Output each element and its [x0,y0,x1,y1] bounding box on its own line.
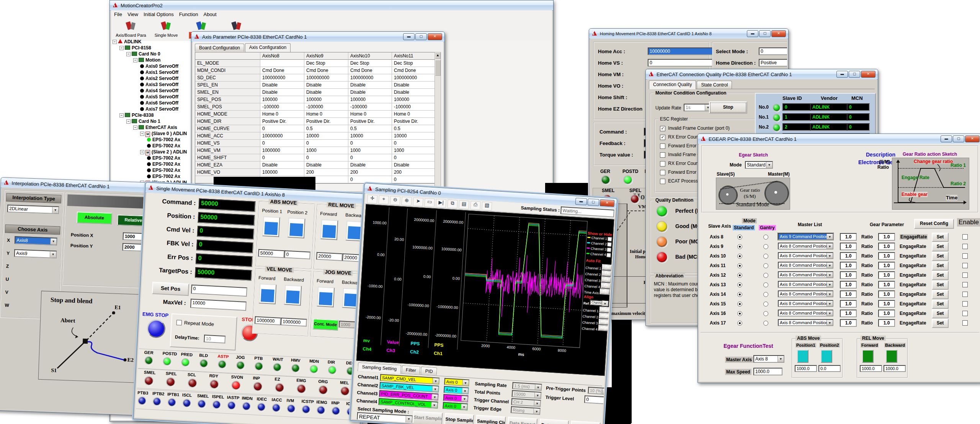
master-list-combo[interactable]: Axis 8 Command Position [778,310,833,316]
enable-checkbox[interactable] [962,292,968,297]
standard-radio[interactable] [737,235,742,240]
param-cell[interactable]: Positive Dir. [260,118,304,125]
master-list-combo[interactable]: Axis 8 Command Position [778,290,833,297]
param-cell[interactable]: Disable [304,89,348,96]
ratio-input[interactable]: 1.0 [840,271,857,279]
param-cell[interactable]: Disable [348,161,392,169]
param-cell[interactable]: Home 0 [392,111,436,118]
tree-item-pcie-8338[interactable]: −PCIe-8338 [113,112,201,118]
toolbar-button-single-move[interactable]: Single Move [149,20,183,40]
tree-item-axis7-servooff[interactable]: Axis7 ServoOff [113,106,201,112]
fit-button[interactable]: Fit [601,270,612,277]
tree-expander-icon[interactable]: − [133,126,137,130]
align-button[interactable]: Align [599,319,611,325]
param-row-label[interactable]: HOME_CURVE [195,125,260,132]
delaytime-input[interactable]: 10 [204,335,225,344]
align-button[interactable]: Align [598,325,610,331]
set-button[interactable]: Set [932,290,949,299]
tree-expander-icon[interactable]: − [126,52,131,56]
move-button[interactable] [862,350,874,363]
standard-radio[interactable] [737,244,742,249]
tree-item-ethercat-axis[interactable]: −EtherCAT Axis [113,124,201,130]
align-button[interactable]: Align [599,313,611,319]
mid-field-value[interactable]: 15000 [512,390,542,399]
tree-item-motion[interactable]: −Motion [113,57,201,63]
param-cell[interactable]: 10000000 [260,132,304,140]
param-cell[interactable]: 1000 [304,147,348,154]
move-button[interactable] [886,350,897,363]
move-button[interactable] [797,350,808,363]
align-button[interactable]: Align [599,307,611,313]
move-button[interactable] [317,287,335,307]
select-box-icon[interactable]: ▭ [425,198,435,207]
gantry-radio[interactable] [763,235,768,240]
param-cell[interactable]: 100000000 [304,74,348,82]
cursor-icon[interactable]: ➤ [413,197,423,207]
table-col-header[interactable]: AxisNo8 [260,52,304,60]
tab-board-configuration[interactable]: Board Configuration [195,44,244,52]
tree-item-eps-7002-ax[interactable]: EPS-7002 Ax [113,137,201,143]
engage-input[interactable]: 1.0 [878,262,895,269]
move-button[interactable] [259,284,277,304]
gantry-radio[interactable] [763,263,768,268]
param-cell[interactable]: 0.5 [304,125,348,132]
param-cell[interactable]: 100000 [260,96,304,103]
tree-item-axis0-servooff[interactable]: Axis0 ServoOff [113,63,201,69]
param-cell[interactable]: 200 [348,169,392,176]
close-button[interactable]: ✕ [965,135,980,142]
tree-item-axis6-servooff[interactable]: Axis6 ServoOff [113,100,201,106]
interp-type-combo[interactable]: 2DLinear [7,205,59,214]
maximize-button[interactable]: ▢ [588,199,599,206]
axis-param-titlebar[interactable]: Axis Parameter PCIe-8338 EtherCAT CardNo… [191,32,444,42]
move-input[interactable]: 1000.0 [860,365,882,372]
menu-item-initial-options[interactable]: Initial Options [144,11,174,17]
param-cell[interactable]: Dec Stop [260,60,304,67]
set-button[interactable]: Set [932,261,949,271]
param-cell[interactable]: 100000000 [348,74,392,82]
table-col-header[interactable] [195,52,260,60]
tree-item--slave-0-adlin[interactable]: −M(Slave 0 ) ADLIN [113,130,201,137]
tree-item-eps-7002-ax[interactable]: EPS-7002 Ax [113,167,201,173]
ratio-input[interactable]: 1.0 [840,290,857,298]
param-cell[interactable]: 0 [348,140,392,147]
tree-item-pci-8158[interactable]: −PCI-8158 [113,45,201,51]
ref-combo[interactable]: Channel1 [590,300,609,306]
channel-axis-combo[interactable]: Axis 0 [444,378,469,386]
save-icon[interactable]: ▤ [459,200,469,209]
master-axis-combo[interactable]: Axis 8 [753,355,784,363]
param-cell[interactable]: -100000 [304,103,348,111]
master-list-combo[interactable]: Axis 8 Command Position [778,252,833,259]
minimize-button[interactable]: ▬ [575,198,587,205]
maximize-button[interactable]: ▢ [849,71,860,78]
zoom-window-icon[interactable]: ⌖ [379,195,389,204]
tree-item-axis2-servooff[interactable]: Axis2 ServoOff [113,75,201,82]
print-icon[interactable]: ⎙ [470,201,480,210]
tab-state-control[interactable]: State Control [697,81,732,89]
standard-radio[interactable] [737,292,742,297]
param-cell[interactable]: 100000000 [392,74,436,82]
channel-visible-checkbox[interactable] [606,253,611,258]
fit-button[interactable]: Fit [602,264,612,271]
master-list-combo[interactable]: Axis 8 Command Position [778,281,833,288]
param-row-label[interactable]: MDM_CONDI [195,67,260,74]
param-cell[interactable]: Cmd Done [348,67,392,74]
move-input[interactable]: 1000000 [255,316,281,325]
param-cell[interactable]: Cmd Done [304,67,348,74]
param-cell[interactable]: -100000 [392,103,436,111]
param-cell[interactable]: 200 [392,169,436,176]
ratio-input[interactable]: 1.0 [840,262,857,269]
param-cell[interactable]: Disable [304,82,348,89]
engage-input[interactable]: 1.0 [878,243,895,250]
param-cell[interactable]: Disable [348,82,392,89]
gantry-radio[interactable] [763,321,768,326]
zoom-in-icon[interactable]: ⊕ [402,197,412,206]
tree-item-card-no-1[interactable]: −Card No 1 [113,118,201,124]
tab-pid[interactable]: PID [421,367,437,376]
minimize-button[interactable]: ▬ [747,30,758,37]
engage-input[interactable]: 1.0 [878,300,895,308]
param-cell[interactable]: Home 0 [304,111,348,118]
standard-radio[interactable] [737,273,742,278]
move-input[interactable]: 50000 [258,249,284,258]
move-input[interactable]: 1000.0 [884,365,906,372]
tree-expander-icon[interactable]: − [126,119,131,124]
